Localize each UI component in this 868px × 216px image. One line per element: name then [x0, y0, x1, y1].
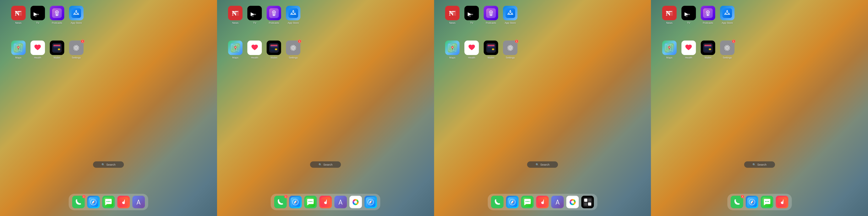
svg-rect-13 [71, 8, 81, 18]
svg-rect-130 [449, 11, 455, 12]
app-news[interactable]: N News [10, 6, 27, 40]
app-maps[interactable]: Maps [10, 40, 27, 75]
svg-point-177 [527, 201, 528, 202]
svg-text:TV: TV [251, 15, 253, 18]
app-label: News [449, 22, 456, 24]
app-tv[interactable]: ▶ Apple TV TV [463, 6, 480, 40]
app-safari[interactable]: Safari [87, 196, 100, 208]
svg-rect-94 [276, 197, 285, 207]
app-safari[interactable]: Safari [289, 196, 302, 208]
app-darkmode[interactable]: DarkMode [581, 196, 594, 208]
svg-text:TV: TV [34, 15, 37, 18]
app-podcasts[interactable]: Podcasts [699, 6, 717, 40]
app-label: Settings [506, 56, 515, 59]
app-health[interactable]: Health [246, 40, 264, 75]
app-altstore[interactable]: AltStore [551, 196, 564, 208]
app-label: Podcasts [703, 22, 713, 24]
notification-badge: 1 [732, 39, 736, 43]
app-label: TV [470, 22, 473, 24]
app-health[interactable]: Health [680, 40, 697, 75]
app-podcasts[interactable]: Podcasts [265, 6, 283, 40]
app-podcasts[interactable]: Podcasts [482, 6, 500, 40]
app-safari[interactable]: Safari [506, 196, 519, 208]
app-wallet[interactable]: Wallet [482, 40, 500, 75]
notification-badge: 1 [81, 39, 84, 43]
svg-text:TV: TV [468, 15, 471, 18]
app-settings[interactable]: 1 Settings [285, 40, 302, 75]
app-appstore[interactable]: App Store [502, 6, 519, 40]
app-news[interactable]: N News [227, 6, 244, 40]
app-tv[interactable]: ▶ Apple TV TV [29, 6, 46, 40]
app-settings[interactable]: 1 Settings [67, 40, 85, 75]
app-phone[interactable]: 2 Phone [730, 196, 744, 208]
app-safari[interactable]: Safari2 [364, 196, 377, 208]
app-label: Wallet [54, 56, 60, 59]
search-bar[interactable]: 🔍Search [744, 161, 775, 168]
svg-rect-56 [232, 11, 238, 12]
app-tv[interactable]: ▶ Apple TV TV [680, 6, 697, 40]
svg-point-176 [526, 201, 527, 202]
svg-rect-3 [15, 12, 19, 13]
app-phone[interactable]: 2 Phone [71, 196, 85, 208]
app-wallet[interactable]: Wallet [265, 40, 283, 75]
app-health[interactable]: Health [29, 40, 46, 75]
app-podcasts[interactable]: Podcasts [48, 6, 66, 40]
app-messages[interactable]: Messages [102, 196, 115, 208]
svg-rect-141 [505, 8, 515, 18]
app-wallet[interactable]: Wallet [699, 40, 717, 75]
app-messages[interactable]: Messages [761, 196, 774, 208]
svg-rect-2 [15, 11, 21, 12]
app-altstore[interactable]: AltStore [132, 196, 145, 208]
app-wallet[interactable]: Wallet [48, 40, 66, 75]
app-label: Health [34, 56, 41, 59]
svg-rect-137 [486, 8, 496, 18]
app-label: News [232, 22, 239, 24]
search-icon: 🔍 [318, 163, 322, 166]
app-news[interactable]: N News [444, 6, 461, 40]
svg-rect-12 [57, 14, 58, 16]
app-phone[interactable]: Phone [491, 196, 504, 208]
app-maps[interactable]: Maps [227, 40, 244, 75]
app-settings[interactable]: 1 Settings [718, 40, 736, 75]
app-messages[interactable]: Messages [304, 196, 317, 208]
app-label: Maps [15, 56, 22, 59]
app-health[interactable]: Health [463, 40, 480, 75]
app-music[interactable]: Music [775, 196, 789, 208]
svg-point-65 [273, 11, 275, 13]
app-appstore[interactable]: App Store [285, 6, 302, 40]
dock: 2 Phone Safari Messages [727, 194, 792, 210]
app-appstore[interactable]: App Store [718, 6, 736, 40]
search-bar[interactable]: 🔍Search [310, 161, 341, 168]
app-label: App Store [288, 22, 299, 24]
app-label: Maps [450, 56, 456, 59]
app-photos[interactable]: Photos [349, 196, 362, 208]
app-music[interactable]: Music [536, 196, 549, 208]
search-label: Search [757, 163, 767, 166]
app-settings[interactable]: 1 Settings [502, 40, 519, 75]
app-messages[interactable]: Messages [521, 196, 534, 208]
app-altstore[interactable]: AltStore [334, 196, 347, 208]
app-label: Wallet [704, 56, 711, 59]
app-phone[interactable]: 2 Phone [274, 196, 287, 208]
dock: 2 Phone Safari Messages [271, 194, 380, 210]
app-tv[interactable]: ▶ Apple TV TV [246, 6, 264, 40]
search-bar[interactable]: 🔍Search [527, 161, 558, 168]
app-news[interactable]: N News [660, 6, 678, 40]
app-label: Podcasts [52, 22, 62, 24]
app-music[interactable]: Music [319, 196, 332, 208]
search-bar[interactable]: 🔍Search [93, 161, 124, 168]
app-appstore[interactable]: App Store [67, 6, 85, 40]
app-photos[interactable]: Photos [566, 196, 579, 208]
app-label: TV [687, 22, 690, 24]
dock: Phone Safari Messages Music [488, 194, 597, 210]
svg-rect-180 [553, 197, 562, 207]
screen-screen1: N News ▶ Apple TV TV Podcasts [0, 0, 217, 216]
app-maps[interactable]: Maps [444, 40, 461, 75]
app-music[interactable]: Music [117, 196, 130, 208]
svg-point-102 [309, 201, 309, 202]
app-maps[interactable]: Maps [660, 40, 678, 75]
app-grid: N News ▶ Apple TV TV Podcasts [660, 6, 736, 75]
search-icon: 🔍 [101, 163, 105, 166]
app-safari[interactable]: Safari [745, 196, 759, 208]
svg-point-11 [56, 11, 58, 13]
